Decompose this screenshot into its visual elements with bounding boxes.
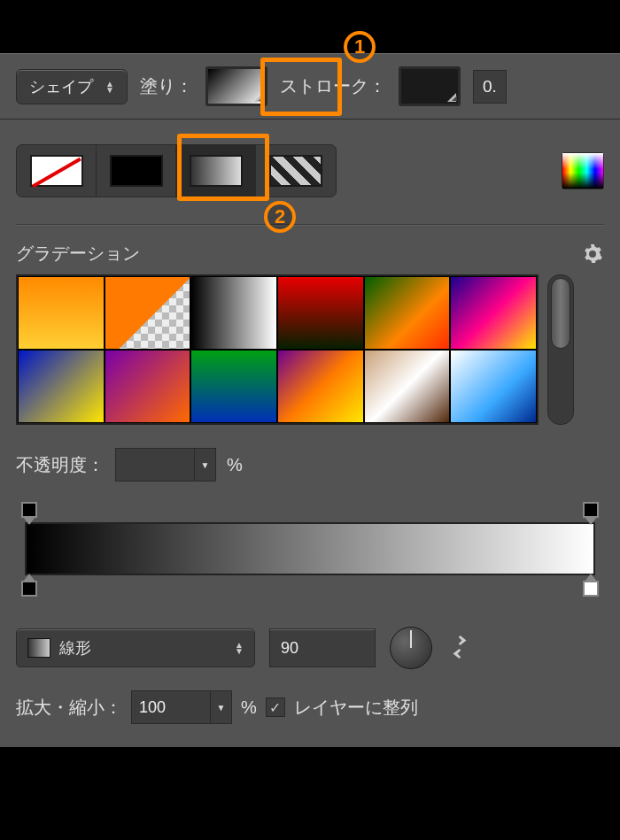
scale-label: 拡大・縮小： — [16, 696, 122, 720]
gradient-editor[interactable] — [16, 496, 604, 607]
scrollbar-thumb[interactable] — [551, 278, 570, 349]
fill-label: 塗り： — [140, 74, 193, 98]
linear-gradient-icon — [27, 638, 50, 658]
fill-type-row: 2 — [16, 135, 604, 224]
gradient-preset[interactable] — [190, 276, 277, 350]
dropdown-triangle-icon — [447, 93, 456, 102]
dropdown-arrows-icon: ▲▼ — [105, 81, 114, 93]
gradient-preset[interactable] — [364, 276, 451, 350]
reverse-gradient-icon[interactable] — [446, 634, 475, 662]
chevron-down-icon: ▼ — [217, 703, 226, 713]
gradient-section-title: グラデーション — [16, 242, 140, 266]
fill-type-none-button[interactable] — [17, 145, 97, 197]
preset-scrollbar[interactable] — [547, 274, 574, 425]
dropdown-triangle-icon — [254, 93, 263, 102]
gradient-preset[interactable] — [364, 350, 451, 423]
options-bar: シェイプ ▲▼ 塗り： ストローク： 0. 1 — [0, 53, 620, 119]
color-stop-left[interactable] — [21, 581, 37, 597]
gradient-fill-icon — [190, 155, 243, 187]
gradient-bar[interactable] — [25, 522, 595, 575]
align-layer-checkbox[interactable]: ✓ — [266, 697, 285, 717]
solid-fill-icon — [110, 155, 163, 187]
gear-icon[interactable] — [581, 243, 604, 266]
pattern-fill-icon — [269, 155, 322, 187]
scale-dropdown[interactable]: ▼ — [211, 690, 232, 724]
fill-panel: 2 グラデーション 不透明度： ▼ % 線形 — [0, 119, 620, 747]
fill-swatch-button[interactable] — [205, 66, 267, 106]
gradient-preset[interactable] — [105, 276, 191, 350]
dropdown-arrows-icon: ▲▼ — [235, 642, 244, 654]
gradient-preset[interactable] — [277, 350, 364, 423]
fill-type-pattern-button[interactable] — [256, 145, 336, 197]
opacity-label: 不透明度： — [16, 453, 105, 477]
tool-mode-dropdown[interactable]: シェイプ ▲▼ — [16, 69, 128, 104]
scale-unit: % — [241, 697, 257, 718]
gradient-preset[interactable] — [190, 350, 277, 423]
stroke-swatch-button[interactable] — [399, 66, 461, 106]
chevron-down-icon: ▼ — [201, 460, 210, 470]
opacity-stop-left[interactable] — [21, 502, 37, 518]
angle-dial[interactable] — [390, 627, 432, 669]
no-fill-icon — [30, 155, 83, 187]
stroke-width-field[interactable]: 0. — [473, 70, 507, 104]
scale-input[interactable]: 100 — [131, 690, 211, 724]
opacity-unit: % — [227, 455, 243, 475]
gradient-type-dropdown[interactable]: 線形 ▲▼ — [16, 628, 255, 667]
tool-mode-label: シェイプ — [29, 76, 93, 97]
gradient-preset[interactable] — [277, 276, 364, 350]
gradient-presets — [16, 274, 604, 441]
gradient-preset[interactable] — [105, 350, 191, 423]
gradient-preset[interactable] — [450, 350, 537, 423]
gradient-angle-input[interactable]: 90 — [269, 628, 376, 667]
color-picker-icon[interactable] — [562, 152, 604, 189]
opacity-input[interactable] — [115, 448, 195, 482]
fill-type-gradient-button[interactable] — [176, 145, 256, 197]
align-layer-label: レイヤーに整列 — [294, 696, 418, 720]
stroke-label: ストローク： — [280, 74, 386, 98]
color-stop-right[interactable] — [583, 581, 599, 597]
opacity-stop-right[interactable] — [583, 502, 599, 518]
gradient-preset[interactable] — [18, 276, 105, 350]
gradient-preset[interactable] — [18, 350, 105, 423]
opacity-dropdown[interactable]: ▼ — [195, 448, 216, 482]
fill-type-group — [16, 144, 337, 197]
gradient-preset[interactable] — [450, 276, 537, 350]
gradient-type-label: 線形 — [59, 637, 91, 659]
fill-type-solid-button[interactable] — [97, 145, 176, 197]
